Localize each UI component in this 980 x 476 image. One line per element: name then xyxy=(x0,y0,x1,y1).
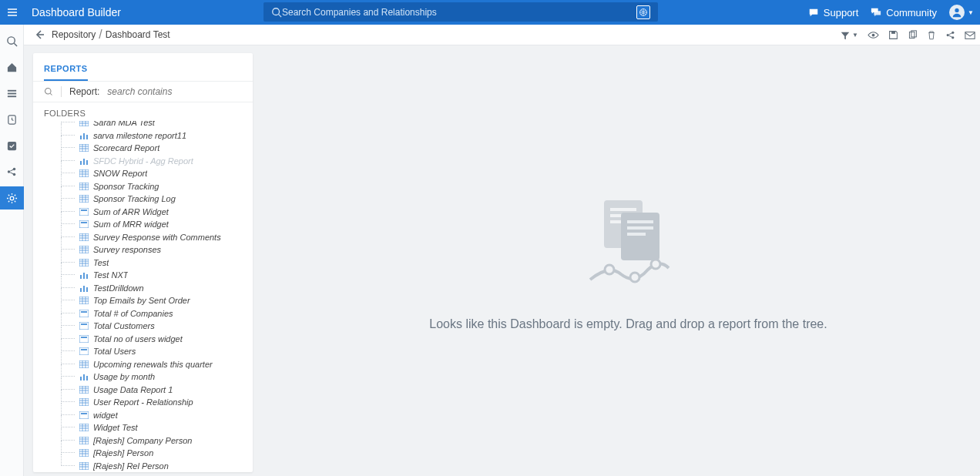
bar-chart-icon xyxy=(78,271,90,279)
support-link[interactable]: Support xyxy=(808,7,859,18)
user-menu[interactable]: ▼ xyxy=(949,5,974,20)
report-tree-item[interactable]: Survey Response with Comments xyxy=(49,231,253,244)
assist-button[interactable] xyxy=(636,5,650,19)
search-icon xyxy=(6,35,18,47)
svg-rect-34 xyxy=(81,210,87,211)
table-icon xyxy=(78,437,90,444)
report-label: sarva milestone report11 xyxy=(93,131,186,140)
report-tree-item[interactable]: Top Emails by Sent Order xyxy=(49,294,253,307)
global-search[interactable] xyxy=(263,2,658,22)
svg-rect-72 xyxy=(627,220,653,223)
report-label: widget xyxy=(93,411,118,420)
report-label: [Rajesh] Company Person xyxy=(93,436,192,445)
svg-rect-63 xyxy=(79,424,89,431)
report-tree-item[interactable]: Sum of ARR Widget xyxy=(49,206,253,219)
svg-rect-49 xyxy=(79,322,89,330)
svg-rect-62 xyxy=(81,413,87,414)
copy-button[interactable] xyxy=(908,30,918,40)
report-tree-item[interactable]: Usage Data Report 1 xyxy=(49,384,253,397)
eye-icon xyxy=(868,29,879,41)
svg-rect-12 xyxy=(7,89,15,91)
chevron-down-icon: ▼ xyxy=(968,9,974,16)
report-tree-item[interactable]: User Report - Relationship xyxy=(49,396,253,409)
report-tree-item[interactable]: Survey responses xyxy=(49,243,253,256)
gear-icon xyxy=(6,193,18,204)
top-bar: Dashboard Builder Support Community ▼ xyxy=(0,0,980,25)
rail-home[interactable] xyxy=(0,55,24,79)
table-icon xyxy=(78,297,90,304)
svg-rect-71 xyxy=(621,213,659,260)
report-label: Usage Data Report 1 xyxy=(93,385,173,394)
report-tree-item[interactable]: TestDrilldown xyxy=(49,282,253,295)
report-tree-item[interactable]: [Rajesh] Person xyxy=(49,447,253,460)
email-button[interactable] xyxy=(965,31,975,40)
community-link[interactable]: Community xyxy=(871,7,937,18)
filter-dropdown-caret[interactable]: ▼ xyxy=(852,32,858,39)
svg-rect-41 xyxy=(83,273,85,279)
report-tree-item[interactable]: Test NXT xyxy=(49,269,253,282)
report-label: SNOW Report xyxy=(93,169,147,178)
library-icon xyxy=(6,88,18,99)
reports-tree[interactable]: Sarah MDA Testsarva milestone report11Sc… xyxy=(33,121,253,472)
empty-state-illustration xyxy=(575,191,683,299)
filter-button[interactable] xyxy=(840,30,851,41)
hamburger-menu-button[interactable] xyxy=(0,0,24,25)
bar-chart-icon xyxy=(78,284,90,292)
report-tree-item[interactable]: Total no of users widget xyxy=(49,333,253,346)
svg-point-2 xyxy=(955,8,958,12)
widget-card-icon xyxy=(78,347,90,355)
report-tree-item[interactable]: sarva milestone report11 xyxy=(49,129,253,142)
share-button[interactable] xyxy=(945,30,955,40)
report-tree-item[interactable]: Total Users xyxy=(49,345,253,358)
report-tree-item[interactable]: Test xyxy=(49,256,253,270)
report-label: Survey Response with Comments xyxy=(93,233,221,242)
save-icon xyxy=(888,30,898,40)
delete-button[interactable] xyxy=(927,30,936,40)
tab-reports[interactable]: REPORTS xyxy=(44,64,88,81)
rail-share[interactable] xyxy=(0,160,24,183)
svg-rect-44 xyxy=(83,286,85,292)
clock-icon xyxy=(6,114,18,126)
report-tree-item[interactable]: Sponsor Tracking Log xyxy=(49,193,253,206)
report-search-input[interactable] xyxy=(107,86,242,97)
dashboard-canvas[interactable]: Looks like this Dashboard is empty. Drag… xyxy=(277,45,980,476)
svg-rect-29 xyxy=(86,160,88,165)
report-label: Top Emails by Sent Order xyxy=(93,296,190,305)
report-tree-item[interactable]: [Rajesh] Company Person xyxy=(49,434,253,448)
report-tree-item[interactable]: Sponsor Tracking xyxy=(49,180,253,193)
rail-library[interactable] xyxy=(0,82,24,105)
svg-point-11 xyxy=(7,36,14,43)
svg-rect-35 xyxy=(79,220,89,228)
svg-point-19 xyxy=(13,173,16,176)
preview-button[interactable] xyxy=(868,29,879,41)
report-tree-item[interactable]: SNOW Report xyxy=(49,167,253,180)
report-tree-item[interactable]: Sarah MDA Test xyxy=(49,121,253,129)
report-tree-item[interactable]: widget xyxy=(49,409,253,422)
rail-search[interactable] xyxy=(0,29,24,52)
report-tree-item[interactable]: Upcoming renewals this quarter xyxy=(49,358,253,371)
report-tree-item[interactable]: Widget Test xyxy=(49,421,253,434)
svg-rect-33 xyxy=(79,208,89,216)
back-arrow-icon[interactable] xyxy=(33,28,45,41)
breadcrumb-separator: / xyxy=(99,28,102,42)
global-search-input[interactable] xyxy=(282,7,636,18)
report-tree-item[interactable]: Scorecard Report xyxy=(49,142,253,155)
svg-rect-50 xyxy=(81,323,87,325)
panel-search-row: Report: xyxy=(33,82,253,102)
envelope-icon xyxy=(965,31,975,40)
rail-tasks[interactable] xyxy=(0,134,24,157)
report-tree-item[interactable]: Total # of Companies xyxy=(49,307,253,320)
report-tree-item[interactable]: Usage by month xyxy=(49,370,253,384)
svg-rect-32 xyxy=(79,195,89,203)
report-tree-item[interactable]: Sum of MRR widget xyxy=(49,218,253,231)
save-button[interactable] xyxy=(888,30,898,40)
svg-rect-48 xyxy=(81,311,87,313)
report-tree-item[interactable]: [Rajesh] Rel Person xyxy=(49,460,253,473)
breadcrumb-root[interactable]: Repository xyxy=(52,29,96,40)
report-tree-item[interactable]: Total Customers xyxy=(49,320,253,333)
support-label: Support xyxy=(824,7,859,18)
top-right-actions: Support Community ▼ xyxy=(808,0,974,25)
rail-clock[interactable] xyxy=(0,108,24,131)
report-label: SFDC Hybrid - Agg Report xyxy=(93,156,193,166)
rail-settings[interactable] xyxy=(0,186,24,210)
